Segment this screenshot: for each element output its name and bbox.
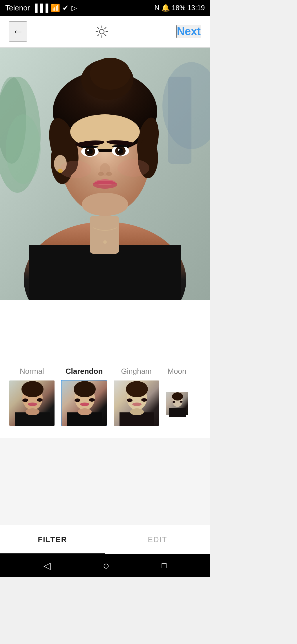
svg-point-71	[132, 403, 142, 406]
android-recents-button[interactable]: □	[162, 561, 166, 570]
svg-point-42	[106, 172, 112, 176]
main-photo	[0, 48, 210, 300]
svg-point-57	[26, 408, 39, 415]
media-icon: ▷	[71, 3, 77, 12]
filter-label-gingham: Gingham	[121, 367, 152, 376]
filter-label-normal: Normal	[20, 367, 44, 376]
svg-rect-14	[168, 77, 191, 164]
android-home-button[interactable]: ○	[103, 560, 110, 572]
svg-point-76	[172, 392, 183, 401]
filter-thumb-clarendon	[61, 380, 107, 426]
svg-point-60	[74, 381, 96, 397]
svg-point-12	[6, 114, 41, 184]
svg-point-39	[112, 145, 129, 147]
svg-point-54	[37, 398, 43, 402]
filter-tab-label: FILTER	[38, 535, 67, 544]
filter-item-normal[interactable]: Normal	[6, 367, 58, 426]
svg-point-38	[81, 146, 99, 148]
svg-point-49	[82, 193, 128, 216]
signal-icon: ▐▐▐	[32, 3, 48, 12]
status-left: Telenor ▐▐▐ 📶 ✔ ▷	[5, 3, 77, 12]
bell-icon: 🔔	[161, 4, 170, 12]
svg-point-62	[89, 398, 95, 402]
svg-point-52	[21, 381, 44, 397]
svg-point-37	[118, 149, 119, 151]
svg-point-73	[130, 408, 144, 415]
svg-point-70	[141, 398, 147, 402]
svg-point-32	[87, 149, 93, 154]
filter-label-clarendon: Clarendon	[66, 367, 103, 376]
filter-tab[interactable]: FILTER	[0, 525, 105, 554]
svg-rect-79	[169, 408, 186, 417]
filter-item-clarendon[interactable]: Clarendon	[58, 367, 110, 426]
svg-point-69	[127, 398, 133, 402]
wifi-icon: 📶	[51, 3, 60, 12]
svg-line-6	[105, 35, 106, 36]
svg-point-68	[126, 381, 148, 397]
edit-tab-label: EDIT	[148, 535, 167, 544]
check-icon: ✔	[62, 3, 69, 12]
status-bar: Telenor ▐▐▐ 📶 ✔ ▷ N 🔔 18% 13:19	[0, 0, 210, 16]
bottom-tabs: FILTER EDIT	[0, 525, 210, 554]
time-label: 13:19	[187, 4, 205, 12]
filter-scroll: Normal	[0, 367, 210, 426]
photo-content	[0, 48, 210, 300]
svg-point-47	[59, 161, 91, 178]
mid-spacer	[0, 438, 210, 525]
nfc-icon: N	[155, 4, 160, 12]
svg-point-63	[80, 403, 89, 406]
brightness-icon	[95, 25, 108, 38]
carrier-label: Telenor	[5, 3, 30, 12]
svg-point-0	[99, 29, 104, 34]
edit-tab[interactable]: EDIT	[105, 525, 210, 554]
next-button[interactable]: Next	[176, 25, 201, 38]
top-nav: ← Next	[0, 16, 210, 48]
svg-point-53	[22, 398, 28, 402]
svg-rect-17	[90, 216, 119, 254]
svg-point-55	[28, 403, 37, 406]
filter-item-moon[interactable]: Moon	[162, 367, 191, 426]
svg-point-78	[180, 401, 183, 403]
separator-area	[0, 300, 210, 358]
svg-point-48	[117, 159, 149, 177]
svg-point-36	[117, 148, 123, 154]
battery-label: 18%	[172, 4, 186, 12]
android-nav: ◁ ○ □	[0, 554, 210, 577]
filter-section: Normal	[0, 358, 210, 438]
photo-svg	[0, 48, 210, 300]
svg-line-7	[105, 27, 106, 29]
svg-point-22	[90, 58, 131, 90]
svg-point-18	[103, 240, 107, 244]
svg-line-5	[97, 27, 99, 29]
svg-point-41	[98, 172, 104, 176]
svg-line-8	[97, 35, 99, 36]
filter-thumb-normal	[9, 380, 55, 426]
back-button[interactable]: ←	[9, 21, 27, 42]
filter-thumb-moon	[165, 380, 189, 426]
svg-point-65	[78, 408, 92, 415]
filter-label-moon: Moon	[167, 367, 186, 376]
filter-item-gingham[interactable]: Gingham	[110, 367, 162, 426]
svg-point-61	[75, 398, 80, 402]
svg-point-77	[173, 401, 175, 403]
filter-thumb-gingham	[113, 380, 160, 426]
svg-point-33	[87, 149, 89, 151]
status-right: N 🔔 18% 13:19	[155, 4, 205, 12]
android-back-button[interactable]: ◁	[44, 560, 51, 571]
